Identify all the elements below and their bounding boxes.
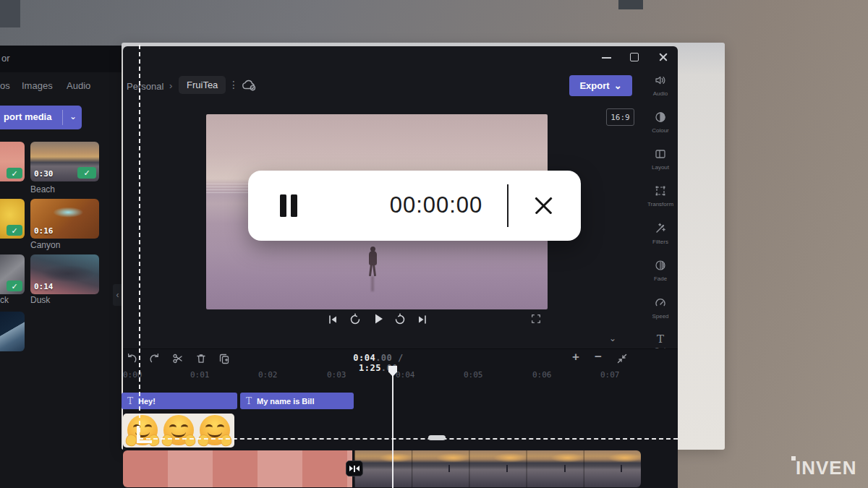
breadcrumb-separator: › [169, 80, 172, 91]
media-caption-partial: ck [0, 295, 9, 305]
fullscreen-icon[interactable] [530, 313, 542, 325]
hugging-face-emoji [163, 415, 194, 445]
ruler-tick: 0:01 [190, 370, 210, 380]
video-clip-pink[interactable] [123, 450, 352, 487]
ruler-tick: 0:05 [464, 370, 483, 380]
export-button[interactable]: Export ⌄ [569, 75, 632, 96]
check-badge: ✓ [7, 168, 22, 179]
play-button[interactable] [371, 312, 386, 326]
text-clip-icon: T [127, 396, 133, 406]
pause-recording-button[interactable] [280, 194, 299, 217]
tool-label: Transform [644, 201, 677, 207]
zoom-out-button[interactable]: − [595, 350, 602, 364]
close-button[interactable] [658, 52, 668, 62]
ruler-tick: 0:03 [327, 370, 346, 380]
media-thumb-partial-grey[interactable]: ✓ [0, 254, 25, 294]
button-divider [62, 110, 63, 125]
capture-region-corner-handle[interactable] [137, 426, 152, 443]
check-badge: ✓ [7, 281, 22, 291]
cloud-sync-icon [242, 78, 258, 93]
breadcrumb-project-name[interactable]: FruiTea [179, 76, 226, 94]
zoom-in-button[interactable]: + [572, 350, 579, 364]
pause-icon [291, 194, 297, 217]
undo-button[interactable] [126, 353, 137, 364]
check-badge: ✓ [7, 225, 22, 236]
person-silhouette [367, 247, 380, 291]
rewind-button[interactable] [349, 313, 362, 326]
media-thumb-canyon[interactable]: 0:16 [30, 199, 99, 239]
ruler-tick: 0:04 [396, 370, 415, 380]
clip-frame-person [621, 465, 622, 472]
tool-label: Layout [644, 164, 677, 171]
background-window-corner [0, 0, 20, 27]
video-clip-beach[interactable] [354, 450, 641, 487]
minimize-button[interactable] [602, 57, 611, 59]
clip-frame-person [448, 465, 450, 472]
import-media-button[interactable]: port media ⌄ [0, 106, 82, 129]
timecode-total: 1:25 [359, 363, 381, 373]
timecode-divider: / [392, 353, 403, 363]
screen-recorder-card: 00:00:00 [248, 171, 581, 241]
fit-timeline-icon[interactable] [616, 353, 628, 364]
tab-audio[interactable]: Audio [67, 80, 90, 91]
capture-region-drag-handle[interactable] [428, 435, 446, 440]
delete-trash-button[interactable] [195, 353, 207, 364]
inven-watermark: INVEN [785, 453, 864, 481]
preview-collapse-chevron[interactable]: ⌄ [609, 333, 616, 343]
magic-wand-icon [654, 222, 667, 235]
tool-fade[interactable]: Fade [644, 259, 677, 292]
background-window-tab [618, 0, 643, 9]
hugging-face-emoji [200, 415, 230, 445]
chevron-down-icon[interactable]: ⌄ [69, 111, 77, 121]
text-clip-label: Hey! [138, 397, 156, 406]
tool-audio[interactable]: Audio [644, 74, 677, 107]
check-badge: ✓ [77, 167, 96, 179]
kebab-menu-icon[interactable]: ⋮ [229, 79, 239, 90]
skip-start-button[interactable] [326, 313, 339, 326]
tool-speed[interactable]: Speed [644, 296, 677, 330]
clipchamp-window: Personal › FruiTea ⋮ Export ⌄ 16:9 [123, 46, 678, 488]
watermark-text: INVEN [796, 457, 856, 479]
ruler-tick: 0:06 [532, 370, 552, 380]
tool-filters[interactable]: Filters [644, 222, 677, 255]
skip-end-button[interactable] [416, 313, 429, 326]
duration-badge: 0:14 [34, 282, 54, 291]
window-title-fragment: or [1, 53, 10, 64]
duration-badge: 0:16 [34, 226, 54, 236]
text-clip-my-name[interactable]: T My name is Bill [240, 393, 354, 409]
media-thumb-partial-pink[interactable]: ✓ [0, 142, 25, 181]
transform-icon [654, 184, 667, 197]
tool-transform[interactable]: Transform [644, 184, 677, 218]
tab-videos-partial[interactable]: os [0, 80, 10, 91]
background-editor-window: or os Images Audio port media ⌄ ✓ 0:30 ✓… [0, 46, 123, 488]
transition-icon[interactable] [346, 461, 363, 476]
duplicate-button[interactable] [218, 353, 230, 364]
tool-layout[interactable]: Layout [644, 147, 677, 181]
media-thumb-partial-yellow[interactable]: ✓ [0, 199, 25, 239]
pause-icon [280, 194, 286, 217]
maximize-button[interactable] [630, 53, 639, 61]
tool-label: Colour [644, 127, 677, 134]
media-thumb-dusk[interactable]: 0:14 [30, 254, 99, 294]
stop-recording-button[interactable] [532, 194, 555, 217]
capture-region-bottom-edge[interactable] [139, 438, 678, 440]
background-window-titlebar: or [0, 46, 123, 72]
capture-region-left-edge[interactable] [139, 45, 140, 440]
media-caption-beach: Beach [30, 184, 55, 194]
redo-button[interactable] [149, 353, 161, 364]
media-thumb-beach[interactable]: 0:30 ✓ [30, 142, 99, 181]
cut-scissors-button[interactable] [172, 353, 184, 364]
tab-images[interactable]: Images [22, 80, 53, 91]
text-tool-icon: T [657, 333, 664, 346]
forward-button[interactable] [393, 313, 407, 326]
import-media-label: port media [4, 111, 51, 122]
breadcrumb-personal[interactable]: Personal [127, 81, 163, 92]
aspect-ratio-badge[interactable]: 16:9 [606, 108, 634, 126]
media-thumb-partial-night[interactable] [0, 312, 25, 351]
media-caption-canyon: Canyon [30, 240, 60, 250]
export-label: Export [579, 80, 609, 91]
tool-colour[interactable]: Colour [644, 111, 677, 144]
speed-gauge-icon [654, 296, 667, 309]
tool-label: Speed [644, 313, 677, 320]
layout-icon [654, 147, 667, 160]
